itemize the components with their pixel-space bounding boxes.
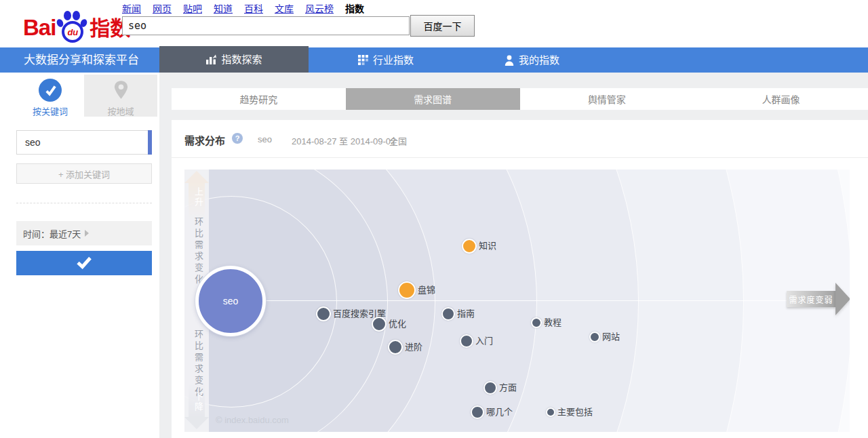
section-title: 需求分布 xyxy=(184,133,225,147)
time-filter-label: 时间：最近7天 xyxy=(23,227,81,240)
search-input[interactable] xyxy=(122,16,410,35)
platform-title: 大数据分享和探索平台 xyxy=(24,47,139,73)
top-nav-link[interactable]: 新闻 xyxy=(122,1,141,15)
map-pin-icon xyxy=(109,79,132,102)
baidu-index-logo: Bai du 指数 xyxy=(23,8,130,43)
chart-point-label: 哪几个 xyxy=(486,405,513,418)
chart-point-label: 网站 xyxy=(602,330,620,342)
primary-nav-bar: 大数据分享和探索平台 指数探索行业指数我的指数 xyxy=(0,47,868,73)
header-divider xyxy=(172,157,868,158)
chart-point[interactable] xyxy=(462,239,477,254)
bar-chart-icon xyxy=(205,54,216,64)
top-nav-link[interactable]: 风云榜 xyxy=(305,1,334,15)
primary-nav-item-industry-index[interactable]: 行业指数 xyxy=(358,47,414,73)
primary-nav-item-label: 指数探索 xyxy=(221,47,262,72)
sidebar-divider xyxy=(16,203,152,203)
chart-point-label: 知识 xyxy=(479,239,496,252)
chart-point-label: 入门 xyxy=(475,334,493,346)
time-filter[interactable]: 时间：最近7天 xyxy=(16,221,152,245)
confirm-button[interactable] xyxy=(16,251,152,275)
sidebar-tab-by-keyword[interactable]: 按关键词 xyxy=(16,75,84,117)
question-icon[interactable]: ? xyxy=(232,133,243,144)
sidebar: 按关键词按地域 + 添加关键词 时间：最近7天 xyxy=(0,73,159,438)
chart-point-label: 进阶 xyxy=(405,340,422,353)
chart-point[interactable] xyxy=(316,306,331,321)
content-tab[interactable]: 需求图谱 xyxy=(346,88,520,110)
add-keyword-button[interactable]: + 添加关键词 xyxy=(16,163,152,184)
keyword-input[interactable] xyxy=(16,130,151,155)
chart-point-label: 教程 xyxy=(544,315,561,328)
top-nav-links: 新闻网页贴吧知道百科文库风云榜指数 xyxy=(122,1,364,15)
chart-point[interactable] xyxy=(372,317,387,332)
content-tab[interactable]: 趋势研究 xyxy=(172,88,346,110)
x-axis-line xyxy=(231,300,834,301)
search-button[interactable]: 百度一下 xyxy=(410,15,475,37)
chart-point[interactable] xyxy=(484,381,497,395)
watermark: © index.baidu.com xyxy=(216,415,289,425)
top-nav-link[interactable]: 文库 xyxy=(275,1,294,15)
chart-point[interactable] xyxy=(471,405,484,419)
primary-nav-item-index-explore[interactable]: 指数探索 xyxy=(159,46,309,73)
chart-point-label: 方面 xyxy=(499,380,517,393)
chart-point[interactable] xyxy=(460,334,473,348)
center-keyword-bubble[interactable]: seo xyxy=(195,266,266,336)
top-nav-link-current[interactable]: 指数 xyxy=(345,1,364,15)
content-tab[interactable]: 舆情管家 xyxy=(520,88,694,110)
top-nav-link[interactable]: 贴吧 xyxy=(183,1,202,15)
chart-point-label: 盘锦 xyxy=(418,283,435,296)
content-tab[interactable]: 人群画像 xyxy=(694,88,868,110)
sidebar-tab-label: 按地域 xyxy=(84,104,157,117)
top-nav-link[interactable]: 百科 xyxy=(244,1,263,15)
grid-icon xyxy=(358,55,368,65)
baidu-paw-icon: du xyxy=(57,9,87,43)
chart-point[interactable] xyxy=(441,307,455,321)
y-axis-caption-top: 环比需求变化 xyxy=(192,217,205,286)
demand-map-card: 需求分布 ? seo 2014-08-27 至 2014-09-02 全国 上升… xyxy=(172,120,868,438)
y-axis-caption-bottom: 环比需求变化 xyxy=(192,330,205,399)
primary-nav-item-my-index[interactable]: 我的指数 xyxy=(505,47,559,73)
logo-du-text: du xyxy=(62,21,83,43)
x-axis-arrow-label: 需求度变弱 xyxy=(787,291,835,307)
user-icon xyxy=(505,55,514,66)
demand-map-chart: 上升 环比需求变化 环比需求变化 下降 seo 需求度变弱 © index.ba… xyxy=(184,170,850,432)
pencil-circle-icon xyxy=(39,79,62,102)
top-nav-link[interactable]: 网页 xyxy=(153,1,172,15)
chart-point[interactable] xyxy=(398,281,416,299)
top-nav-link[interactable]: 知道 xyxy=(214,1,233,15)
right-arrow-icon xyxy=(835,283,850,315)
chart-point[interactable] xyxy=(589,332,600,342)
chart-point[interactable] xyxy=(531,317,542,328)
top-bar: Bai du 指数 新闻网页贴吧知道百科文库风云榜指数 百度一下 xyxy=(0,0,868,47)
chevron-right-icon xyxy=(85,230,89,237)
logo-bai-text: Bai xyxy=(23,12,56,43)
header-date-range: 2014-08-27 至 2014-09-02 xyxy=(292,134,395,147)
chart-point-label: 优化 xyxy=(389,317,406,330)
keyword-input-accent-stripe xyxy=(148,130,152,155)
chart-point[interactable] xyxy=(546,407,555,417)
header-region: 全国 xyxy=(389,134,407,147)
y-axis-top-label: 上升 xyxy=(192,187,205,207)
sidebar-tab-label: 按关键词 xyxy=(16,104,84,117)
y-axis-bottom-label: 下降 xyxy=(192,392,205,412)
content-tabs: 趋势研究需求图谱舆情管家人群画像 xyxy=(172,88,868,110)
primary-nav-item-label: 我的指数 xyxy=(519,47,559,73)
header-keyword: seo xyxy=(258,134,272,144)
check-icon xyxy=(76,256,92,271)
sidebar-tab-by-region[interactable]: 按地域 xyxy=(84,75,157,117)
chart-point-label: 主要包括 xyxy=(557,405,593,418)
primary-nav-item-label: 行业指数 xyxy=(373,47,414,73)
chart-point-label: 指南 xyxy=(457,306,475,319)
chart-point[interactable] xyxy=(388,340,403,355)
